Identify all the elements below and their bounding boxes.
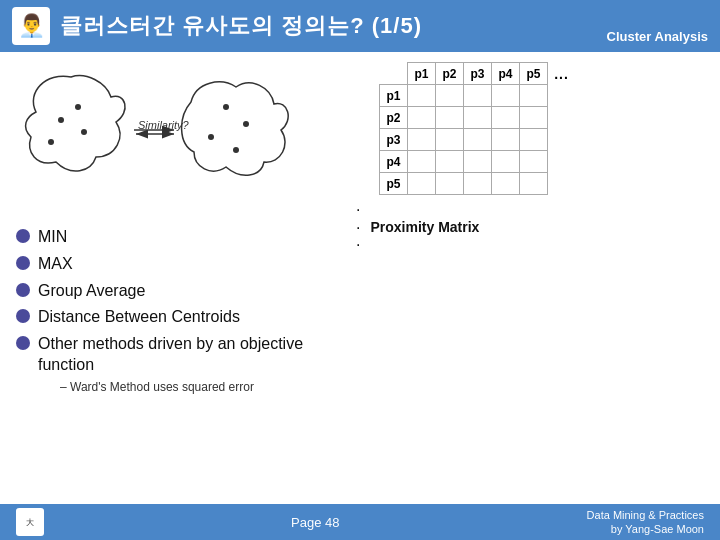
- footer: 大 Page 48 Data Mining & Practices by Yan…: [0, 504, 720, 540]
- matrix-cell-dots: [548, 107, 576, 129]
- matrix-cell: [436, 173, 464, 195]
- sub-bullet-ward: – Ward's Method uses squared error: [38, 380, 346, 394]
- list-item: Group Average: [16, 281, 346, 302]
- matrix-cell: [408, 107, 436, 129]
- person-icon: 👨‍💼: [18, 13, 45, 39]
- matrix-cell: [492, 151, 520, 173]
- list-item: Distance Between Centroids: [16, 307, 346, 328]
- matrix-cell: [520, 151, 548, 173]
- bullet-text-other: Other methods driven by an objective fun…: [38, 335, 303, 373]
- matrix-cell-dots: [548, 173, 576, 195]
- page-title: 클러스터간 유사도의 정의는? (1/5): [60, 11, 422, 41]
- matrix-cell: [492, 107, 520, 129]
- matrix-cell: [492, 173, 520, 195]
- bullet-text-min: MIN: [38, 227, 67, 248]
- svg-point-11: [208, 134, 214, 140]
- svg-point-3: [75, 104, 81, 110]
- right-panel: p1 p2 p3 p4 p5 ... p1: [356, 62, 576, 498]
- svg-point-2: [48, 139, 54, 145]
- bullet-text-dist-centroid: Distance Between Centroids: [38, 307, 240, 328]
- list-item: Other methods driven by an objective fun…: [16, 334, 346, 394]
- matrix-cell: [520, 129, 548, 151]
- table-row: p4: [380, 151, 576, 173]
- matrix-row-header: p4: [380, 151, 408, 173]
- matrix-col-header: p2: [436, 63, 464, 85]
- matrix-cell: [492, 129, 520, 151]
- matrix-cell: [520, 173, 548, 195]
- matrix-col-header: p4: [492, 63, 520, 85]
- matrix-cell: [408, 129, 436, 151]
- svg-point-12: [233, 147, 239, 153]
- table-row: p1: [380, 85, 576, 107]
- left-panel: Similarity? MIN MAX Group A: [16, 62, 346, 498]
- matrix-cell: [520, 85, 548, 107]
- blobs-area: Similarity?: [16, 62, 346, 217]
- bullet-list: MIN MAX Group Average Distance Between C…: [16, 227, 346, 400]
- matrix-row-header: p2: [380, 107, 408, 129]
- main-content: Similarity? MIN MAX Group A: [0, 52, 720, 504]
- bullet-text-group-avg: Group Average: [38, 281, 145, 302]
- page-number: Page 48: [291, 515, 339, 530]
- matrix-cell: [408, 173, 436, 195]
- table-row: p5: [380, 173, 576, 195]
- matrix-cell: [492, 85, 520, 107]
- matrix-cell-dots: [548, 129, 576, 151]
- subtitle: Cluster Analysis: [607, 29, 708, 46]
- matrix-cell: [436, 107, 464, 129]
- blobs-svg: Similarity?: [16, 62, 346, 217]
- bullet-icon: [16, 336, 30, 350]
- matrix-cell: [464, 173, 492, 195]
- list-item: MIN: [16, 227, 346, 248]
- bullet-icon: [16, 229, 30, 243]
- matrix-cell: [436, 129, 464, 151]
- matrix-cell: [408, 151, 436, 173]
- svg-point-9: [223, 104, 229, 110]
- matrix-cell: [436, 85, 464, 107]
- university-logo: 大: [16, 508, 44, 536]
- proximity-matrix-label: Proximity Matrix: [370, 219, 479, 235]
- footer-author: Data Mining & Practices by Yang-Sae Moon: [587, 508, 704, 537]
- proximity-matrix-table: p1 p2 p3 p4 p5 ... p1: [379, 62, 576, 195]
- header: 👨‍💼 클러스터간 유사도의 정의는? (1/5) Cluster Analys…: [0, 0, 720, 52]
- matrix-cell: [464, 85, 492, 107]
- matrix-cell: [520, 107, 548, 129]
- author-line1: Data Mining & Practices: [587, 508, 704, 522]
- matrix-cell: [408, 85, 436, 107]
- matrix-cell: [464, 107, 492, 129]
- svg-point-0: [58, 117, 64, 123]
- list-item: MAX: [16, 254, 346, 275]
- matrix-row-header: p3: [380, 129, 408, 151]
- table-row: p3: [380, 129, 576, 151]
- bullet-icon: [16, 283, 30, 297]
- matrix-col-header: p3: [464, 63, 492, 85]
- bullet-icon: [16, 256, 30, 270]
- proximity-label-section: · · · Proximity Matrix: [356, 201, 576, 254]
- matrix-cell-dots: [548, 85, 576, 107]
- footer-logo: 大: [16, 508, 44, 536]
- bullet-text-max: MAX: [38, 254, 73, 275]
- table-row: p2: [380, 107, 576, 129]
- row-dots: · · ·: [356, 201, 360, 254]
- matrix-col-header: p1: [408, 63, 436, 85]
- svg-point-10: [243, 121, 249, 127]
- matrix-col-header: p5: [520, 63, 548, 85]
- matrix-corner: [380, 63, 408, 85]
- bullet-icon: [16, 309, 30, 323]
- matrix-cell-dots: [548, 151, 576, 173]
- matrix-cell: [464, 129, 492, 151]
- matrix-col-dots: ...: [548, 63, 576, 85]
- header-icon: 👨‍💼: [12, 7, 50, 45]
- matrix-row-header: p1: [380, 85, 408, 107]
- author-line2: by Yang-Sae Moon: [587, 522, 704, 536]
- matrix-cell: [436, 151, 464, 173]
- matrix-row-header: p5: [380, 173, 408, 195]
- svg-point-1: [81, 129, 87, 135]
- matrix-cell: [464, 151, 492, 173]
